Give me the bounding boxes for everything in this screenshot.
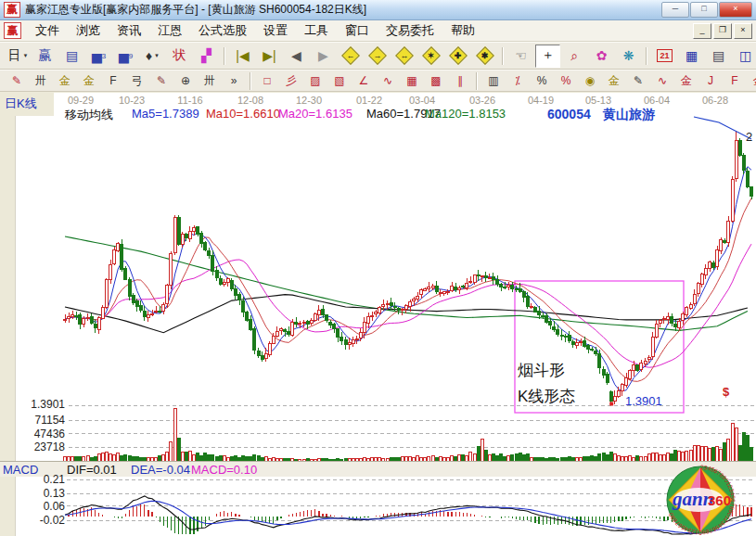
- clipped-price-label: 2: [746, 130, 752, 144]
- crosshair-icon[interactable]: ＋: [535, 45, 560, 68]
- calculator-icon[interactable]: ▦: [679, 45, 704, 68]
- window-title: 赢家江恩专业版[赢家内部服务平台] - [黄山旅游 SH600054-182日K…: [25, 2, 366, 18]
- j-angle-icon[interactable]: J: [699, 71, 722, 91]
- compress-horizontal-icon[interactable]: ✶: [418, 45, 443, 68]
- date-tick: 09-29: [60, 95, 101, 106]
- menu-item[interactable]: 文件: [27, 20, 68, 41]
- zoom-in-icon[interactable]: ✚: [445, 45, 470, 68]
- gold-ratio-lines-icon[interactable]: 金: [54, 71, 76, 91]
- last-page-icon[interactable]: ▶|: [257, 45, 282, 68]
- more-tools-chevron[interactable]: »: [223, 71, 245, 91]
- next-bar-icon[interactable]: ▶: [311, 45, 336, 68]
- wave-angle-icon[interactable]: ∿: [651, 71, 673, 91]
- minute-chart-9-icon[interactable]: ▅9: [113, 45, 138, 68]
- macd-tick-label: -0.02: [17, 514, 65, 527]
- stock-code: 600054: [547, 107, 591, 121]
- percent-line-icon[interactable]: ⁒: [506, 71, 529, 91]
- gold-angle2-icon[interactable]: 金: [748, 71, 756, 91]
- zoom-out-icon[interactable]: ✱: [472, 45, 497, 68]
- date-tick: 12-30: [288, 95, 329, 106]
- macd-tick-label: 0.21: [17, 473, 65, 486]
- menu-item[interactable]: 浏览: [68, 20, 109, 41]
- gold-angle-icon[interactable]: 金: [675, 71, 698, 91]
- angle-line-icon[interactable]: ∠: [352, 71, 375, 91]
- close-button[interactable]: ×: [719, 2, 752, 18]
- period-day-selector[interactable]: 日▼: [6, 45, 31, 68]
- kline-pattern-icon[interactable]: 状: [167, 45, 192, 68]
- fibonacci-lines-icon[interactable]: F: [102, 71, 124, 91]
- menu-item[interactable]: 设置: [255, 20, 296, 41]
- winner-home-icon[interactable]: 赢: [32, 45, 58, 68]
- candle-style-selector[interactable]: ♦▼: [140, 45, 165, 68]
- child-minimize-button[interactable]: _: [693, 23, 711, 39]
- macd-value: MACD=0.10: [191, 463, 257, 477]
- ma-legend-item: Ma10=1.6610: [206, 107, 280, 121]
- menu-item[interactable]: 公式选股: [190, 20, 255, 41]
- menu-item[interactable]: 江恩: [149, 20, 190, 41]
- expand-horizontal-icon[interactable]: ↔: [391, 45, 416, 68]
- spiral-icon[interactable]: 弓: [126, 71, 148, 91]
- macd-label-strip: MACD DIF=0.01 DEA=-0.04 MACD=0.10: [0, 461, 756, 477]
- notepad-icon[interactable]: ▤: [706, 45, 731, 68]
- price-ruler-icon[interactable]: ▥: [482, 71, 505, 91]
- child-restore-button[interactable]: ❐: [713, 23, 732, 39]
- application-window: { "window": { "title": "赢家江恩专业版[赢家内部服务平台…: [0, 0, 756, 536]
- pen-measure-icon[interactable]: ✎: [150, 71, 173, 91]
- first-page-icon[interactable]: |◀: [230, 45, 255, 68]
- volume-tick-label: 47436: [17, 428, 65, 440]
- annotation-line1: 烟斗形: [518, 358, 575, 384]
- pen-angle-icon[interactable]: ✎: [627, 71, 649, 91]
- minimize-button[interactable]: ─: [661, 2, 689, 18]
- percent-icon[interactable]: %: [531, 71, 553, 91]
- menu-item[interactable]: 交易委托: [378, 20, 442, 41]
- box-grid-icon[interactable]: ▧: [328, 71, 351, 91]
- gann-fan-icon[interactable]: 彡: [280, 71, 302, 91]
- macd-tick-label: 0.13: [17, 487, 65, 500]
- low-price-axis-label: 1.3901: [17, 398, 65, 411]
- pan-hand-icon[interactable]: ☜: [508, 45, 533, 68]
- wave-line-icon[interactable]: ∿: [377, 71, 399, 91]
- toolbar-separator: [646, 47, 647, 65]
- percent-retrace-icon[interactable]: %: [555, 71, 577, 91]
- toolbar-separator: [224, 47, 225, 65]
- menu-bar: 赢 文件浏览资讯江恩公式选股设置工具窗口交易委托帮助 _❐×: [0, 20, 756, 42]
- date-tick: 12-08: [230, 95, 271, 106]
- minute-chart-3-icon[interactable]: ▅3: [86, 45, 111, 68]
- parallel-lines-icon[interactable]: ∥: [449, 71, 471, 91]
- angle-measure-icon[interactable]: ⌕: [562, 45, 587, 68]
- time-lines-icon[interactable]: 卅: [199, 71, 221, 91]
- pattern-flower-icon[interactable]: ✿: [589, 45, 614, 68]
- window-controls: ─□×: [660, 2, 752, 18]
- smart-analysis-icon[interactable]: ❋: [616, 45, 641, 68]
- gold-channel-icon[interactable]: 金: [78, 71, 100, 91]
- gann360-logo: 234567890123456789012345678901234567890 …: [664, 465, 737, 536]
- volume-tick-label: 71154: [17, 414, 65, 427]
- gann-lines-icon[interactable]: 卅: [30, 71, 52, 91]
- shift-right-icon[interactable]: →: [365, 45, 390, 68]
- gold-circle-icon[interactable]: ◉: [579, 71, 601, 91]
- red-grid-icon[interactable]: ▦: [401, 71, 423, 91]
- shift-left-icon[interactable]: ←: [338, 45, 363, 68]
- toolbar-separator: [476, 72, 478, 90]
- date-tick: 10-23: [111, 95, 152, 106]
- draw-pen-icon[interactable]: ✎: [6, 71, 28, 91]
- main-toolbar: 日▼赢▤▅3▅9♦▼状▞|◀▶|◀▶←→↔✶✚✱☜＋⌕✿❋21▦▤◫◈▣: [0, 42, 756, 70]
- gold-line-icon[interactable]: 金: [603, 71, 625, 91]
- child-close-button[interactable]: ×: [734, 23, 752, 39]
- menu-item[interactable]: 资讯: [109, 20, 149, 41]
- save-disk-icon[interactable]: ◫: [733, 45, 756, 68]
- f10-info-icon[interactable]: ▤: [59, 45, 84, 68]
- gann-box-icon[interactable]: □: [256, 71, 278, 91]
- volume-profile-icon[interactable]: ▞: [194, 45, 219, 68]
- date-tick: 05-13: [578, 95, 619, 106]
- dense-grid-icon[interactable]: ▩: [425, 71, 447, 91]
- prev-bar-icon[interactable]: ◀: [284, 45, 309, 68]
- cycle-circle-icon[interactable]: ⊕: [174, 71, 197, 91]
- box-fan-icon[interactable]: ▨: [304, 71, 327, 91]
- maximize-button[interactable]: □: [690, 2, 718, 18]
- menu-item[interactable]: 窗口: [337, 20, 378, 41]
- calendar-icon[interactable]: 21: [652, 45, 677, 68]
- f-angle-icon[interactable]: F: [724, 71, 746, 91]
- menu-item[interactable]: 帮助: [442, 20, 483, 41]
- menu-item[interactable]: 工具: [296, 20, 337, 41]
